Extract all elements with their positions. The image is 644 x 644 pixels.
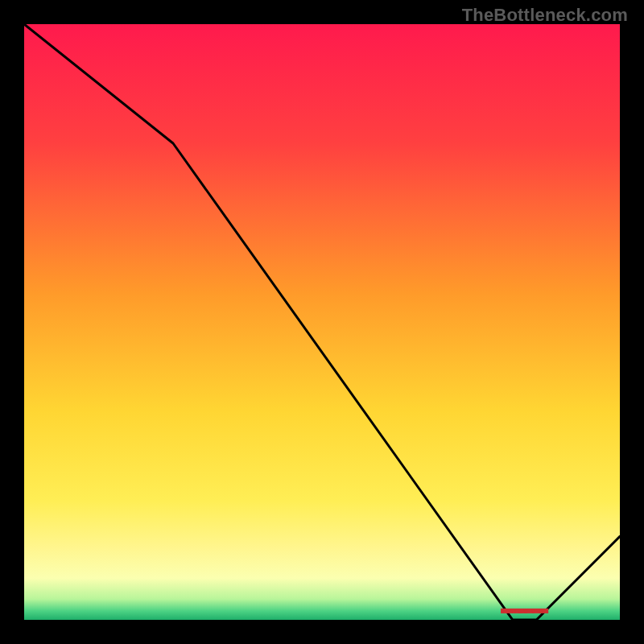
watermark-text: TheBottleneck.com — [462, 5, 628, 26]
chart-plot-area: RATED 0-0 — [24, 24, 620, 620]
chart-marker-label: RATED 0-0 — [502, 607, 543, 615]
chart-svg — [24, 24, 620, 620]
chart-background-gradient — [24, 24, 620, 620]
